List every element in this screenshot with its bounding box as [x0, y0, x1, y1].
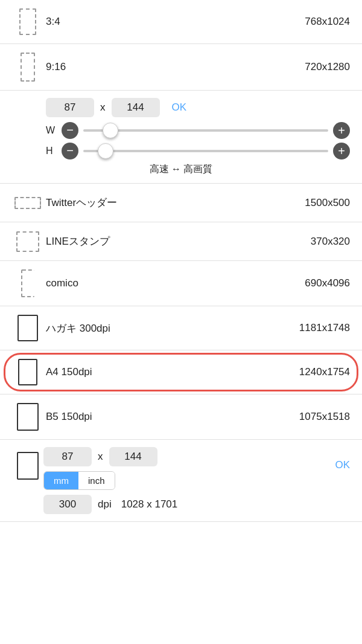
a4-size: 1240x1754: [299, 366, 350, 378]
comico-item[interactable]: comico 690x4096: [0, 261, 362, 306]
bottom-x-separator: x: [98, 451, 103, 463]
comico-label: comico: [43, 277, 305, 289]
hagaki-size: 1181x1748: [299, 322, 350, 334]
w-label: W: [46, 125, 57, 136]
inch-unit-btn[interactable]: inch: [78, 472, 115, 489]
bottom-controls: x mm inch dpi 1028 x 1701: [43, 447, 329, 514]
w-slider-row: W − +: [46, 122, 350, 139]
custom-width-input[interactable]: [46, 98, 94, 117]
b5-item[interactable]: B5 150dpi 1075x1518: [0, 394, 362, 440]
h-slider-thumb[interactable]: [98, 143, 113, 159]
h-slider-row: H − +: [46, 143, 350, 159]
twitter-header-size: 1500x500: [305, 197, 350, 209]
b5-size: 1075x1518: [299, 411, 350, 423]
line-stamp-size: 370x320: [311, 236, 350, 248]
bottom-height-input[interactable]: [109, 447, 157, 466]
bottom-icon-area: [12, 447, 43, 480]
mm-unit-btn[interactable]: mm: [44, 472, 78, 489]
ratio-3-4-icon: [12, 8, 43, 35]
w-slider-track[interactable]: [83, 129, 328, 132]
w-slider-thumb[interactable]: [103, 123, 118, 138]
dpi-row: dpi 1028 x 1701: [43, 495, 329, 514]
h-plus-btn[interactable]: +: [333, 143, 350, 159]
a4-label: A4 150dpi: [43, 366, 299, 378]
custom-wh-ok-btn[interactable]: OK: [172, 101, 187, 114]
h-label: H: [46, 146, 57, 156]
ratio-3-4-item[interactable]: 3:4 768x1024: [0, 0, 362, 44]
a4-item[interactable]: A4 150dpi 1240x1754: [0, 350, 362, 394]
a4-icon: [12, 359, 43, 385]
result-size: 1028 x 1701: [121, 498, 178, 510]
twitter-header-item[interactable]: Twitterヘッダー 1500x500: [0, 184, 362, 222]
x-separator: x: [100, 101, 106, 114]
twitter-header-icon: [12, 197, 43, 209]
b5-icon: [12, 403, 43, 431]
w-plus-btn[interactable]: +: [333, 122, 350, 139]
hagaki-label: ハガキ 300dpi: [43, 321, 299, 335]
unit-row: mm inch: [43, 471, 329, 490]
custom-wh-inputs: x OK: [46, 98, 350, 117]
hagaki-item[interactable]: ハガキ 300dpi 1181x1748: [0, 306, 362, 350]
twitter-header-label: Twitterヘッダー: [43, 196, 305, 210]
b5-label: B5 150dpi: [43, 411, 299, 423]
h-minus-btn[interactable]: −: [62, 143, 78, 159]
ratio-3-4-size: 768x1024: [305, 16, 350, 28]
custom-height-input[interactable]: [112, 98, 160, 117]
ratio-9-16-icon: [12, 53, 43, 82]
w-minus-btn[interactable]: −: [62, 122, 78, 139]
dpi-input[interactable]: [43, 495, 92, 514]
ratio-9-16-size: 720x1280: [305, 61, 350, 73]
line-stamp-label: LINEスタンプ: [43, 234, 311, 248]
ratio-3-4-label: 3:4: [43, 16, 305, 28]
dpi-label: dpi: [98, 498, 112, 510]
custom-wh-row: x OK W − + H − + 高速 ↔ 高画質: [0, 91, 362, 184]
comico-size: 690x4096: [305, 277, 350, 289]
ratio-9-16-item[interactable]: 9:16 720x1280: [0, 44, 362, 91]
bottom-custom-row: x mm inch dpi 1028 x 1701 OK: [0, 440, 362, 522]
h-slider-track[interactable]: [83, 150, 328, 152]
line-stamp-icon: [12, 231, 43, 252]
line-stamp-item[interactable]: LINEスタンプ 370x320: [0, 222, 362, 261]
ratio-9-16-label: 9:16: [43, 61, 305, 73]
bottom-inputs-row: x: [43, 447, 329, 466]
bottom-ok-btn[interactable]: OK: [329, 447, 350, 471]
speed-quality-label: 高速 ↔ 高画質: [12, 163, 350, 176]
unit-toggle[interactable]: mm inch: [43, 471, 115, 490]
comico-icon: [12, 269, 43, 297]
hagaki-icon: [12, 315, 43, 341]
bottom-width-input[interactable]: [43, 447, 92, 466]
